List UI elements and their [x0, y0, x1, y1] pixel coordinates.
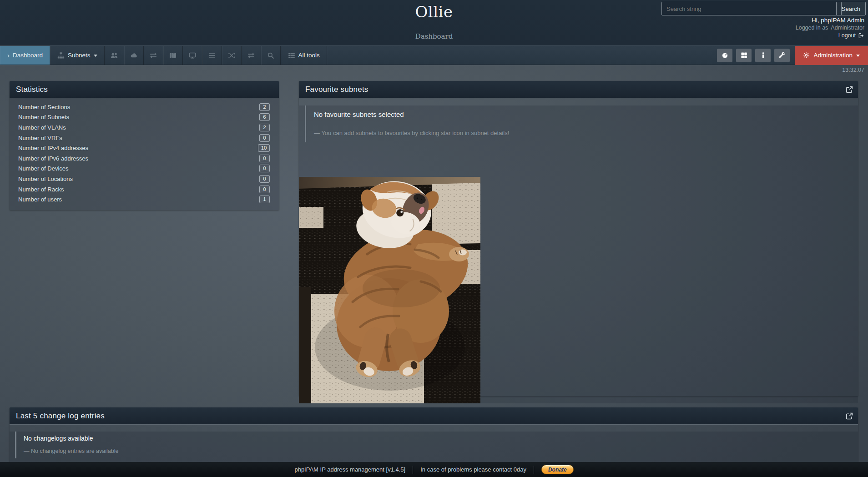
tools-button[interactable]	[774, 49, 790, 62]
page-footer: phpIPAM IP address management [v1.4.5] I…	[0, 462, 868, 477]
stat-row: Number of Devices 0	[10, 164, 279, 174]
footer-version: phpIPAM IP address management [v1.4.5]	[294, 466, 405, 473]
page-subtitle: Dashboard	[0, 32, 868, 40]
nav-all-tools-label: All tools	[298, 52, 320, 59]
donate-button[interactable]: Donate	[541, 465, 574, 474]
page-header: Ollie Dashboard Search Hi, phpIPAM Admin…	[0, 0, 868, 45]
footer-contact: In case of problems please contact 0day	[420, 466, 526, 473]
stat-value-badge: 0	[259, 155, 270, 162]
statistics-panel: Statistics Number of Sections 2 Number o…	[10, 81, 279, 210]
logout-label: Logout	[838, 32, 856, 39]
stat-label: Number of Racks	[18, 186, 64, 193]
users-icon	[111, 52, 118, 59]
administration-button[interactable]: Administration	[795, 46, 868, 65]
stat-label: Number of IPv6 addresses	[18, 155, 88, 162]
nav-tab-list[interactable]	[202, 46, 222, 65]
administration-label: Administration	[813, 52, 853, 59]
wrench-icon	[779, 52, 786, 59]
nav-tab-shuffle[interactable]	[222, 46, 242, 65]
stat-label: Number of IPv4 addresses	[18, 145, 88, 151]
nav-tab-users[interactable]	[105, 46, 124, 65]
changelog-empty-title: No changelogs available	[24, 435, 858, 442]
favourites-title: Favourite subnets	[305, 85, 368, 94]
stat-row: Number of Sections 2	[10, 102, 279, 112]
favourites-empty-title: No favourite subnets selected	[314, 110, 858, 118]
exchange-icon	[150, 52, 157, 59]
stat-label: Number of Subnets	[18, 114, 69, 121]
nav-right-tools: Administration	[715, 46, 868, 65]
chevron-right-icon: ›	[7, 52, 10, 59]
user-info: Hi, phpIPAM Admin Logged in asAdministra…	[796, 17, 864, 39]
nav-tab-all-tools[interactable]: All tools	[281, 46, 327, 65]
statistics-panel-body: Number of Sections 2 Number of Subnets 6…	[10, 98, 279, 210]
th-list-icon	[288, 52, 295, 59]
bulldog-photo	[299, 177, 480, 403]
nav-dashboard-label: Dashboard	[13, 52, 43, 59]
stat-value-badge: 0	[259, 175, 270, 183]
user-role-line: Logged in asAdministrator	[796, 25, 864, 31]
user-role-link[interactable]: Administrator	[831, 25, 864, 31]
external-link-icon[interactable]	[846, 86, 853, 93]
logged-in-as-label: Logged in as	[796, 25, 828, 31]
nav-tab-map[interactable]	[163, 46, 183, 65]
search-icon	[267, 52, 274, 59]
search-input[interactable]	[661, 2, 842, 15]
gauge-icon	[722, 52, 728, 59]
shuffle-icon	[228, 52, 235, 59]
stat-value-badge: 6	[259, 113, 270, 121]
nav-tab-dashboard[interactable]: › Dashboard	[0, 46, 50, 65]
phpipam-app: Ollie Dashboard Search Hi, phpIPAM Admin…	[0, 0, 868, 477]
stat-label: Number of VLANs	[18, 124, 66, 131]
stat-value-badge: 2	[259, 124, 270, 131]
nav-subnets-label: Subnets	[68, 52, 91, 59]
stat-value-badge: 2	[259, 103, 270, 111]
sign-out-icon	[858, 33, 864, 39]
search-box	[661, 2, 842, 15]
changelog-panel-header: Last 5 change log entries	[10, 407, 858, 425]
info-button[interactable]	[755, 49, 771, 62]
gear-icon	[803, 52, 810, 59]
stat-row: Number of VLANs 2	[10, 122, 279, 133]
nav-tab-search[interactable]	[261, 46, 281, 65]
external-link-icon[interactable]	[846, 412, 853, 420]
caret-down-icon	[856, 55, 860, 57]
nav-tab-subnets[interactable]: Subnets	[50, 46, 105, 65]
statistics-title: Statistics	[16, 85, 48, 94]
favourite-subnets-panel: Favourite subnets No favourite subnets s…	[299, 81, 858, 396]
grid-icon	[741, 52, 747, 59]
nav-tab-cloud[interactable]	[124, 46, 144, 65]
stat-row: Number of Subnets 6	[10, 112, 279, 123]
changelog-empty-note: No changelogs available — No changelog e…	[15, 432, 858, 458]
user-greeting: Hi, phpIPAM Admin	[796, 17, 864, 24]
stat-label: Number of users	[18, 196, 62, 203]
favourites-empty-note: No favourite subnets selected — You can …	[305, 105, 858, 142]
stat-value-badge: 1	[259, 196, 270, 203]
widgets-button[interactable]	[717, 49, 732, 62]
nav-tab-desktop[interactable]	[183, 46, 202, 65]
stat-label: Number of VRFs	[18, 135, 62, 141]
favourites-panel-header: Favourite subnets	[299, 81, 858, 98]
clock: 13:32:07	[842, 67, 864, 73]
stat-row: Number of IPv4 addresses 10	[10, 143, 279, 153]
search-button[interactable]: Search	[836, 2, 866, 15]
grid-button[interactable]	[736, 49, 752, 62]
main-navbar: › Dashboard Subnets	[0, 45, 868, 65]
stat-label: Number of Locations	[18, 176, 73, 182]
stat-row: Number of users 1	[10, 194, 279, 205]
footer-divider	[534, 466, 534, 474]
stat-value-badge: 0	[259, 186, 270, 193]
cloud-icon	[130, 52, 137, 59]
changelog-title: Last 5 change log entries	[16, 412, 105, 421]
stat-row: Number of Locations 0	[10, 174, 279, 184]
stat-value-badge: 0	[259, 134, 270, 142]
map-icon	[169, 52, 177, 59]
nav-tab-swap[interactable]	[242, 46, 261, 65]
stat-label: Number of Sections	[18, 104, 70, 110]
nav-tab-exchange[interactable]	[144, 46, 163, 65]
stat-row: Number of IPv6 addresses 0	[10, 153, 279, 164]
favourites-empty-hint: — You can add subnets to favourites by c…	[314, 130, 858, 136]
caret-down-icon	[94, 55, 97, 57]
logout-link[interactable]: Logout	[796, 32, 864, 39]
info-icon	[760, 52, 767, 59]
statistics-panel-header: Statistics	[10, 81, 279, 98]
